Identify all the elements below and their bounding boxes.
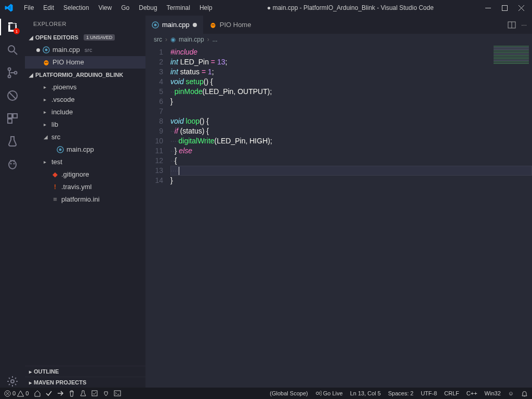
folder-item[interactable]: ▸test [25, 156, 145, 168]
breadcrumbs[interactable]: src › ◉ main.cpp › ... [145, 34, 532, 45]
platformio-toolbar [34, 390, 121, 397]
minimize-button[interactable] [484, 4, 491, 11]
chevron-right-icon: ▸ [29, 380, 32, 385]
folder-item[interactable]: ◢src [25, 131, 145, 143]
maximize-button[interactable] [501, 4, 508, 11]
folder-item[interactable]: ▸include [25, 106, 145, 118]
svg-rect-1 [502, 5, 507, 10]
code-editor[interactable]: 1234567891011121314 #include int LED_Pin… [145, 45, 532, 388]
code-content[interactable]: #include int LED_Pin = 13;int status = 1… [170, 45, 532, 388]
home-icon[interactable] [34, 390, 41, 397]
menu-selection[interactable]: Selection [59, 2, 93, 14]
outline-section[interactable]: ▸ OUTLINE [25, 366, 145, 377]
code-line[interactable]: ···· [170, 166, 532, 176]
minimap[interactable] [490, 45, 532, 76]
status-cursor-position[interactable]: Ln 13, Col 5 [350, 390, 381, 396]
open-editors-label: OPEN EDITORS [35, 34, 78, 41]
code-line[interactable]: ··} else [170, 146, 532, 156]
clean-trash-icon[interactable] [68, 390, 75, 397]
problems-status[interactable]: 0 0 [4, 390, 29, 397]
status-indentation[interactable]: Spaces: 2 [388, 390, 414, 396]
code-line[interactable]: int status = 1; [170, 67, 532, 77]
open-editor-item[interactable]: PIO Home [25, 56, 145, 69]
breadcrumb-file[interactable]: main.cpp [179, 36, 204, 43]
editor-tab[interactable]: PIO Home [203, 16, 265, 34]
svg-rect-0 [485, 8, 491, 8]
code-line[interactable]: void loop() { [170, 116, 532, 126]
cpp-file-icon: ◉ [170, 36, 176, 43]
svg-point-26 [213, 24, 214, 25]
code-line[interactable]: void setup() { [170, 77, 532, 87]
file-item[interactable]: main.cpp [25, 143, 145, 156]
folder-item[interactable]: ▸lib [25, 118, 145, 131]
open-editors-section[interactable]: ◢ OPEN EDITORS 1 UNSAVED [25, 32, 145, 43]
menu-file[interactable]: File [20, 2, 38, 14]
code-line[interactable]: ··if (status) { [170, 126, 532, 136]
tree-item-label: test [51, 157, 62, 167]
task-icon[interactable] [91, 390, 98, 397]
breadcrumb-more[interactable]: ... [212, 36, 218, 43]
folder-item[interactable]: ▸.pioenvs [25, 81, 145, 94]
line-number: 4 [145, 77, 163, 87]
upload-arrow-icon[interactable] [57, 390, 64, 397]
status-scope[interactable]: (Global Scope) [270, 390, 308, 396]
chevron-right-icon: ▸ [44, 157, 49, 167]
status-encoding[interactable]: UTF-8 [421, 390, 437, 396]
file-item[interactable]: ≡platformio.ini [25, 193, 145, 206]
menu-view[interactable]: View [94, 2, 116, 14]
test-flask-icon[interactable] [79, 390, 87, 397]
terminal-icon[interactable] [114, 390, 121, 397]
split-editor-icon[interactable] [508, 21, 516, 29]
code-line[interactable]: ··{ [170, 156, 532, 166]
file-item[interactable]: ◆.gitignore [25, 168, 145, 181]
status-os[interactable]: Win32 [485, 390, 501, 396]
folder-item[interactable]: ▸.vscode [25, 94, 145, 106]
status-golive[interactable]: Go Live [315, 390, 343, 396]
tab-label: main.cpp [162, 21, 190, 29]
menu-debug[interactable]: Debug [135, 2, 161, 14]
code-line[interactable]: #include [170, 47, 532, 57]
notifications-bell-icon[interactable] [521, 390, 528, 397]
status-language[interactable]: C++ [467, 390, 477, 396]
extensions-icon[interactable] [6, 112, 19, 125]
settings-gear-icon[interactable] [6, 375, 19, 388]
debug-icon[interactable] [6, 89, 19, 102]
code-line[interactable]: } [170, 176, 532, 185]
status-eol[interactable]: CRLF [444, 390, 459, 396]
svg-point-14 [11, 380, 14, 383]
source-control-icon[interactable] [6, 66, 19, 79]
platformio-icon[interactable] [6, 158, 19, 170]
breadcrumb-folder[interactable]: src [154, 36, 162, 43]
open-editors-list: main.cppsrcPIO Home [25, 43, 145, 70]
code-line[interactable] [170, 107, 532, 116]
tree-item-label: src [51, 132, 60, 142]
more-actions-icon[interactable]: ··· [521, 21, 527, 29]
code-line[interactable]: ····digitalWrite(LED_Pin, HIGH); [170, 136, 532, 146]
editor-tab[interactable]: main.cpp [145, 16, 203, 34]
search-icon[interactable] [6, 44, 19, 56]
serial-plug-icon[interactable] [102, 390, 110, 397]
project-section[interactable]: ◢ PLATFORMIO_ARDUINO_BLINK [25, 70, 145, 80]
explorer-icon[interactable]: 1 [6, 21, 19, 33]
editor-item-label: PIO Home [52, 57, 84, 68]
menu-terminal[interactable]: Terminal [163, 2, 194, 14]
chevron-down-icon: ◢ [44, 132, 49, 142]
test-icon[interactable] [6, 135, 19, 148]
svg-point-17 [44, 60, 49, 65]
code-line[interactable]: ··pinMode(LED_Pin, OUTPUT); [170, 87, 532, 97]
tree-item-label: platformio.ini [61, 194, 100, 205]
build-check-icon[interactable] [45, 390, 52, 397]
yml-file-icon: ! [51, 183, 59, 191]
code-line[interactable]: int LED_Pin = 13; [170, 57, 532, 67]
file-item[interactable]: !.travis.yml [25, 181, 145, 193]
line-number: 6 [145, 97, 163, 107]
editor-item-hint: src [85, 45, 92, 55]
maven-section[interactable]: ▸ MAVEN PROJECTS [25, 377, 145, 388]
open-editor-item[interactable]: main.cppsrc [25, 44, 145, 56]
code-line[interactable]: } [170, 97, 532, 107]
menu-edit[interactable]: Edit [39, 2, 58, 14]
menu-go[interactable]: Go [117, 2, 134, 14]
menu-help[interactable]: Help [195, 2, 217, 14]
close-button[interactable] [517, 4, 525, 11]
feedback-smiley-icon[interactable]: ☺ [508, 390, 514, 396]
